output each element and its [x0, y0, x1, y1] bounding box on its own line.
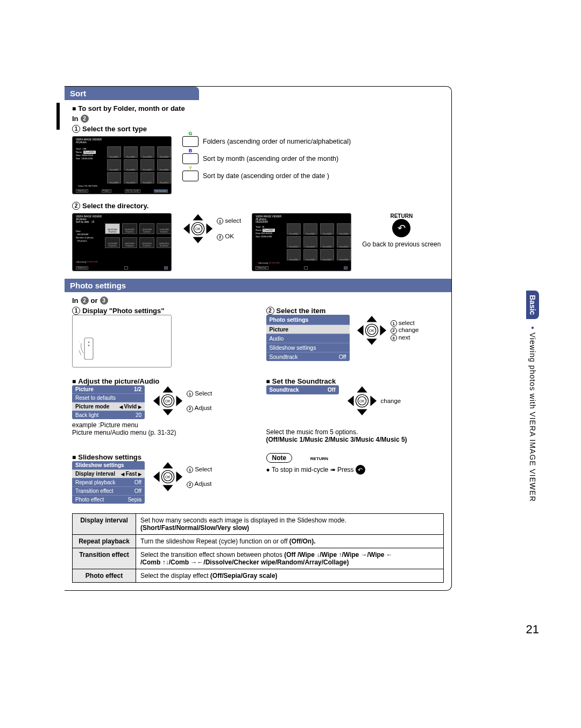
svg-marker-2 [183, 223, 190, 234]
svg-marker-25 [357, 409, 367, 415]
photo-step-1-icon: 1 [72, 307, 80, 315]
sound-options-text: (Off/Music 1/Music 2/Music 3/Music 4/Mus… [266, 436, 444, 443]
svg-marker-20 [176, 395, 182, 406]
photo-settings-menu: Photo settings Picture Audio Slideshow s… [266, 315, 350, 361]
photo-or-label: or [91, 296, 98, 305]
svg-marker-17 [162, 386, 173, 393]
side-tab-basic: Basic [526, 291, 539, 319]
side-tab-label: Viewing photos with VIERA IMAGE VIEWER [528, 333, 537, 502]
photo-step-2-icon: 2 [266, 307, 274, 315]
blue-key-icon[interactable] [182, 153, 199, 164]
step-2-icon: 2 [72, 202, 80, 210]
sort-in-label: In [72, 115, 79, 123]
remote-icon [79, 337, 98, 361]
soundtrack-menu[interactable]: SoundtrackOff [266, 385, 339, 394]
note-text: To stop in mid-cycle ➠ Press [272, 466, 354, 473]
opt-repeat-playback: Repeat playback [73, 535, 136, 548]
note-pill: Note [266, 453, 293, 463]
photo-step1-text: Display "Photo settings" [82, 307, 164, 315]
navpad-select-label: select [225, 217, 241, 224]
slideshow-settings-heading: Slideshow settings [78, 453, 141, 461]
example-ref: Picture menu/Audio menu (p. 31-32) [72, 429, 250, 436]
main-frame: Sort ■ To sort by Folder, month or date … [65, 86, 452, 591]
svg-text:OK: OK [195, 227, 201, 231]
dpad-photo-icon[interactable]: OK [356, 315, 387, 346]
picture-menu-reset[interactable]: Reset to defaults [75, 395, 116, 401]
slideshow-menu: Slideshow settings Display interval◀ Fas… [72, 461, 145, 504]
green-key-icon[interactable] [182, 136, 199, 147]
slide-nav-select: Select [195, 466, 212, 472]
nav-select-label: select [399, 320, 415, 326]
sort-step2-text: Select the directory. [82, 202, 148, 210]
photo-in-label: In [72, 296, 79, 305]
photo-ref-3: 3 [100, 296, 108, 305]
svg-rect-7 [84, 338, 93, 359]
return-button-icon[interactable]: ↶ [392, 219, 410, 237]
key-g-row: Folders (ascending order of numeric/alph… [182, 136, 351, 147]
bullet-icon: ■ [72, 105, 76, 112]
step-ref-2: 2 [81, 115, 89, 123]
photo-ref-2: 2 [81, 296, 89, 305]
navpad-step2: OK 1 select 2 OK [182, 213, 241, 244]
svg-text:OK: OK [359, 399, 365, 403]
photo-step2-text: Select the item [277, 307, 326, 315]
sort-step1-text: Select the sort type [82, 125, 147, 133]
sort-in-row: In 2 [72, 115, 444, 123]
example-label: example :Picture menu [72, 421, 250, 429]
slide-repeat[interactable]: Repeat playback [75, 479, 116, 485]
tv-sort-by-date: VIERA IMAGE VIEWERAll photosSort by date… [72, 213, 172, 271]
svg-marker-26 [347, 395, 353, 406]
sort-heading: ■ To sort by Folder, month or date [72, 104, 444, 112]
key-b-label: Sort by month (ascending order of the mo… [203, 155, 338, 162]
dpad-slide-icon[interactable]: OK [152, 461, 183, 492]
svg-marker-24 [357, 386, 367, 393]
slide-photo-effect[interactable]: Photo effect [75, 497, 104, 503]
side-tab: Basic ● Viewing photos with VIERA IMAGE … [526, 291, 539, 502]
note-bullet-icon: ● [266, 466, 270, 473]
page-number: 21 [526, 623, 539, 637]
pic-nav-adjust: Adjust [195, 405, 212, 411]
sound-change-label: change [381, 398, 401, 404]
adjust-picture-heading: Adjust the picture/Audio [78, 377, 159, 385]
svg-marker-1 [193, 237, 203, 243]
slide-display-interval[interactable]: Display interval [75, 471, 115, 477]
step-1-icon: 1 [72, 125, 80, 133]
yellow-key-icon[interactable] [182, 171, 199, 181]
key-y-label: Sort by date (ascending order of the dat… [203, 172, 329, 180]
picture-menu-mode[interactable]: Picture mode [75, 404, 109, 409]
svg-marker-10 [366, 316, 377, 322]
svg-marker-33 [153, 471, 160, 482]
picture-menu-backlight[interactable]: Back light [75, 412, 98, 418]
opt-transition-effect: Transition effect [73, 548, 136, 569]
menu-item-soundtrack[interactable]: Soundtrack [270, 354, 298, 360]
dpad-pic-icon[interactable]: OK [152, 385, 183, 416]
key-y-row: Sort by date (ascending order of the dat… [182, 171, 351, 181]
nav-change-label: change [399, 327, 419, 333]
svg-text:OK: OK [165, 399, 171, 403]
svg-marker-31 [162, 462, 173, 469]
picture-menu: Picture1/2 Reset to defaults Picture mod… [72, 385, 145, 419]
menu-item-audio[interactable]: Audio [270, 335, 284, 342]
svg-marker-13 [380, 325, 386, 335]
display-photo-settings-box [72, 315, 172, 367]
menu-item-slideshow[interactable]: Slideshow settings [270, 344, 316, 351]
svg-point-9 [88, 345, 90, 347]
tv-all-photos: VIERA IMAGE VIEWERAll photos Total 238 N… [72, 136, 172, 194]
opt-photo-effect: Photo effect [73, 569, 136, 583]
sound-select-text: Select the music from 5 options. [266, 428, 444, 436]
return-tiny-icon[interactable]: ↶ [356, 465, 365, 475]
slide-transition[interactable]: Transition effect [75, 488, 114, 494]
dpad-sound-icon[interactable]: OK [346, 385, 378, 416]
svg-marker-12 [357, 325, 363, 335]
pic-nav-select: Select [195, 390, 212, 397]
menu-item-picture[interactable]: Picture [270, 326, 289, 333]
key-g-label: Folders (ascending order of numeric/alph… [203, 138, 351, 145]
dpad-icon[interactable]: OK [182, 213, 214, 244]
sort-heading-text: To sort by Folder, month or date [78, 104, 185, 112]
options-table: Display interval Set how many seconds ea… [72, 513, 444, 583]
note-return-label: RETURN [310, 456, 328, 461]
svg-marker-11 [366, 338, 377, 345]
return-text: Go back to previous screen [362, 241, 441, 249]
svg-marker-32 [162, 485, 173, 491]
section-sort-title: Sort [65, 87, 199, 100]
